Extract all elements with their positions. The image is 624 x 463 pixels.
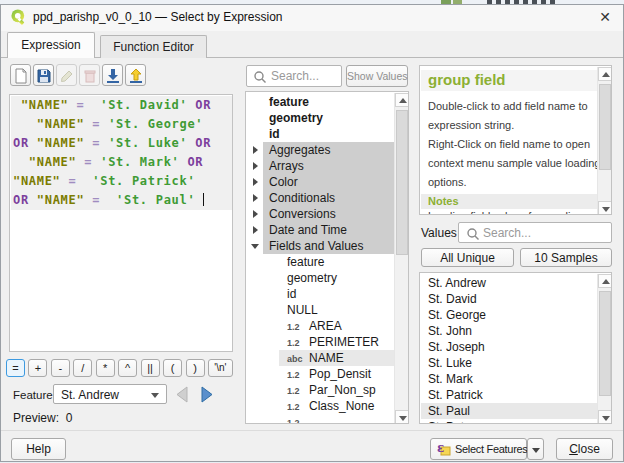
import-expressions-button[interactable] [102, 64, 123, 86]
arrow-right-icon [195, 384, 217, 405]
tab-function-editor[interactable]: Function Editor [100, 35, 207, 58]
function-tree-item-id[interactable]: id [247, 126, 395, 142]
function-tree-item-color[interactable]: Color [247, 174, 395, 190]
function-tree-item-feature[interactable]: feature [247, 94, 395, 110]
tree-item-label: geometry [269, 110, 323, 126]
function-tree-item-name[interactable]: abcNAME [247, 350, 395, 366]
function-tree-item-class-none[interactable]: 1.2Class_None [247, 398, 395, 414]
scroll-down-button[interactable] [598, 201, 612, 215]
expression-line: "NAME" = 'St. Mark' OR [11, 153, 232, 172]
operator-button-^[interactable]: ^ [118, 359, 137, 377]
chevron-down-icon [532, 448, 540, 453]
select-expression-icon: ε [436, 441, 452, 457]
search-icon [253, 70, 267, 84]
scroll-up-button[interactable] [598, 274, 612, 288]
operator-button--[interactable]: - [51, 359, 70, 377]
expand-arrow-icon[interactable] [253, 178, 258, 186]
operator-button-||[interactable]: || [141, 359, 160, 377]
function-tree-item-arrays[interactable]: Arrays [247, 158, 395, 174]
value-item-st-joseph[interactable]: St. Joseph [421, 339, 598, 355]
save-expression-button[interactable] [33, 64, 54, 86]
help-title: group field [428, 71, 506, 88]
function-tree-item-id[interactable]: id [247, 286, 395, 302]
feature-combobox[interactable]: St. Andrew [53, 384, 167, 404]
ten-samples-button[interactable]: 10 Samples [520, 248, 612, 267]
tree-item-label: PERIMETER [309, 334, 379, 350]
value-item-st-peter[interactable]: St. Peter [421, 419, 598, 424]
tree-item-label: id [269, 126, 280, 142]
operator-button-+[interactable]: + [28, 359, 47, 377]
operator-button-*[interactable]: * [96, 359, 115, 377]
function-tree-scrollbar[interactable] [394, 93, 408, 424]
next-feature-button[interactable] [195, 384, 217, 405]
value-item-st-patrick[interactable]: St. Patrick [421, 387, 598, 403]
value-item-st-paul[interactable]: St. Paul [421, 403, 598, 419]
operator-button-/[interactable]: / [73, 359, 92, 377]
close-button[interactable]: Close [556, 438, 613, 460]
function-tree-item-conditionals[interactable]: Conditionals [247, 190, 395, 206]
expression-line: OR "NAME" = 'St. Paul' [11, 191, 232, 210]
value-item-st-john[interactable]: St. John [421, 323, 598, 339]
operator-button-)[interactable]: ) [186, 359, 205, 377]
function-tree-item-null[interactable]: NULL [247, 302, 395, 318]
scrollbar-thumb[interactable] [599, 84, 611, 170]
help-button[interactable]: Help [11, 438, 66, 460]
scrollbar-thumb[interactable] [396, 110, 408, 255]
function-tree[interactable]: featuregeometryidAggregatesArraysColorCo… [245, 91, 409, 424]
function-search-input[interactable]: Search... [246, 65, 342, 87]
function-tree-item-geometry[interactable]: geometry [247, 110, 395, 126]
notes-heading: Notes [428, 195, 459, 207]
expand-arrow-icon[interactable] [253, 226, 258, 234]
previous-feature-button[interactable] [172, 384, 194, 405]
function-tree-item-aggregates[interactable]: Aggregates [247, 142, 395, 158]
scroll-up-button[interactable] [598, 67, 612, 81]
chevron-down-icon [151, 393, 159, 398]
function-tree-item-area[interactable]: 1.2AREA [247, 318, 395, 334]
expand-arrow-icon[interactable] [253, 146, 258, 154]
scroll-down-button[interactable] [598, 410, 612, 424]
function-tree-item-geometry[interactable]: geometry [247, 270, 395, 286]
function-tree-item-date-and-time[interactable]: Date and Time [247, 222, 395, 238]
function-tree-item-feature[interactable]: feature [247, 254, 395, 270]
help-scrollbar[interactable] [597, 67, 611, 215]
function-tree-item-par-non-sp[interactable]: 1.2Par_Non_sp [247, 382, 395, 398]
value-item-st-luke[interactable]: St. Luke [421, 355, 598, 371]
select-features-button[interactable]: ε Select Features [430, 438, 527, 460]
value-item-st-david[interactable]: St. David [421, 291, 598, 307]
expand-arrow-icon[interactable] [253, 162, 258, 170]
edit-expression-button[interactable] [56, 64, 77, 86]
values-scrollbar[interactable] [597, 274, 611, 424]
new-expression-button[interactable] [10, 64, 31, 86]
scroll-up-button[interactable] [395, 93, 409, 107]
operator-button-=[interactable]: = [6, 359, 25, 377]
function-tree-item-conversions[interactable]: Conversions [247, 206, 395, 222]
all-unique-button[interactable]: All Unique [421, 248, 514, 267]
value-item-st-mark[interactable]: St. Mark [421, 371, 598, 387]
select-features-dropdown-button[interactable] [527, 438, 544, 460]
pencil-icon [59, 68, 75, 84]
tab-expression[interactable]: Expression [7, 32, 95, 58]
function-tree-item-perimeter[interactable]: 1.2PERIMETER [247, 334, 395, 350]
expand-arrow-icon[interactable] [253, 210, 258, 218]
values-search-input[interactable]: Search... [458, 222, 612, 243]
delete-expression-button[interactable] [79, 64, 100, 86]
expression-text-editor[interactable]: "NAME" = 'St. David' OR "NAME" = 'St. Ge… [9, 94, 233, 352]
show-values-button[interactable]: Show Values [346, 65, 408, 87]
function-tree-item[interactable]: 1.2 [247, 414, 395, 424]
expand-arrow-icon[interactable] [253, 194, 258, 202]
help-body: Double-click to add field name to expres… [428, 97, 600, 192]
export-expressions-button[interactable] [125, 64, 146, 86]
collapse-arrow-icon[interactable] [251, 244, 259, 249]
value-item-st-george[interactable]: St. George [421, 307, 598, 323]
operator-button-newline[interactable]: '\n' [208, 359, 233, 377]
close-window-button[interactable]: ✕ [592, 7, 618, 27]
function-tree-item-pop-densit[interactable]: 1.2Pop_Densit [247, 366, 395, 382]
function-tree-item-fields-and-values[interactable]: Fields and Values [247, 238, 395, 254]
value-item-st-andrew[interactable]: St. Andrew [421, 275, 598, 291]
numeric-field-icon: 1.2 [287, 383, 300, 399]
scrollbar-thumb[interactable] [599, 291, 611, 396]
values-list[interactable]: St. AndrewSt. DavidSt. GeorgeSt. JohnSt.… [419, 272, 612, 424]
save-icon [36, 68, 52, 84]
scroll-down-button[interactable] [395, 410, 409, 424]
operator-button-([interactable]: ( [163, 359, 182, 377]
